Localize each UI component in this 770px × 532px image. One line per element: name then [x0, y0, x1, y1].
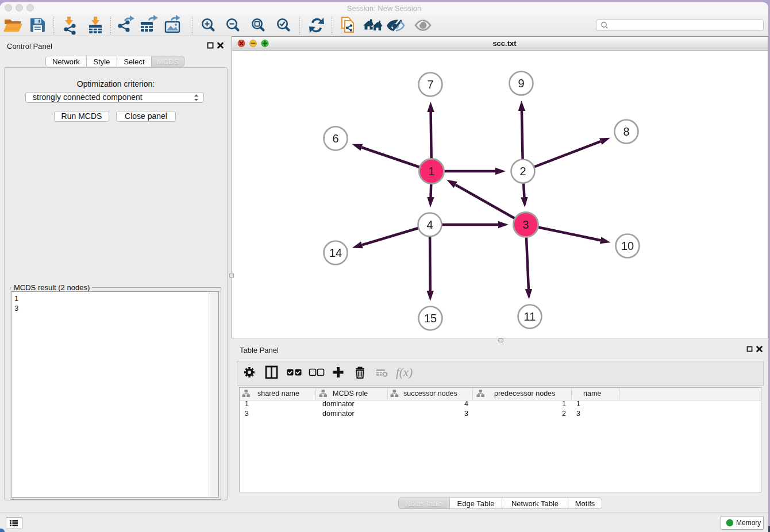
svg-text:6: 6	[332, 132, 338, 145]
svg-text:3: 3	[522, 218, 529, 231]
svg-text:9: 9	[518, 77, 524, 90]
svg-text:10: 10	[621, 240, 634, 252]
svg-text:14: 14	[329, 246, 342, 259]
svg-text:8: 8	[623, 125, 629, 138]
svg-text:11: 11	[524, 310, 536, 323]
svg-text:15: 15	[424, 312, 437, 325]
svg-text:f(x): f(x)	[396, 365, 413, 379]
svg-text:7: 7	[427, 78, 433, 91]
svg-text:2: 2	[519, 165, 526, 178]
svg-text:1: 1	[428, 165, 434, 178]
svg-text:4: 4	[426, 218, 433, 231]
